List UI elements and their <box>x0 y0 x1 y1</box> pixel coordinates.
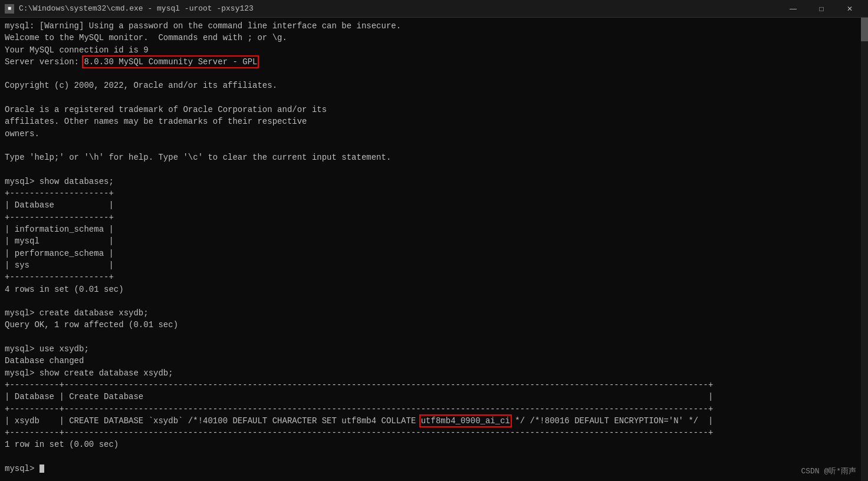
scrollbar-thumb[interactable] <box>861 18 868 41</box>
table-header: | Database | <box>5 199 863 211</box>
minimize-button[interactable]: — <box>780 0 807 18</box>
title-bar-text: C:\Windows\system32\cmd.exe - mysql -uro… <box>19 4 254 13</box>
line-5: Copyright (c) 2000, 2022, Oracle and/or … <box>5 80 863 91</box>
line-4: Server version: 8.0.30 MySQL Community S… <box>5 56 863 68</box>
table2-header: | Database | Create Database | <box>5 391 863 403</box>
line-blank-5 <box>5 295 863 307</box>
watermark: CSDN @听*雨声 <box>801 466 856 476</box>
line-blank-1 <box>5 68 863 80</box>
line-2: Welcome to the MySQL monitor. Commands e… <box>5 32 863 44</box>
line-blank-2 <box>5 92 863 104</box>
line-3: Your MySQL connection id is 9 <box>5 44 863 56</box>
server-version-highlight: 8.0.30 MySQL Community Server - GPL <box>84 57 257 67</box>
scrollbar[interactable] <box>861 18 868 481</box>
line-1: mysql: [Warning] Using a password on the… <box>5 20 863 32</box>
cmd-icon: ■ <box>5 4 14 14</box>
line-create-db: mysql> create database xsydb; <box>5 307 863 319</box>
line-7: affiliates. Other names may be trademark… <box>5 116 863 127</box>
table2-border-3: +----------+----------------------------… <box>5 427 863 439</box>
line-rows-2: 1 row in set (0.00 sec) <box>5 439 863 450</box>
maximize-button[interactable]: □ <box>808 0 835 18</box>
title-bar: ■ C:\Windows\system32\cmd.exe - mysql -u… <box>0 0 868 18</box>
title-bar-controls: — □ ✕ <box>780 0 863 18</box>
line-query-ok: Query OK, 1 row affected (0.01 sec) <box>5 319 863 331</box>
line-use-db: mysql> use xsydb; <box>5 343 863 355</box>
table2-border-1: +----------+----------------------------… <box>5 379 863 391</box>
table-border-1: +--------------------+ <box>5 187 863 199</box>
table-row-3: | performance_schema | <box>5 248 863 259</box>
line-blank-4 <box>5 164 863 176</box>
table2-border-2: +----------+----------------------------… <box>5 403 863 415</box>
table-row-4: | sys | <box>5 259 863 271</box>
line-6: Oracle is a registered trademark of Orac… <box>5 104 863 116</box>
table-row-1: | information_schema | <box>5 223 863 235</box>
title-bar-left: ■ C:\Windows\system32\cmd.exe - mysql -u… <box>5 4 254 14</box>
line-db-changed: Database changed <box>5 355 863 367</box>
line-blank-3 <box>5 140 863 151</box>
table-border-3: +--------------------+ <box>5 271 863 283</box>
cursor <box>40 464 44 473</box>
line-prompt: mysql> <box>5 463 863 475</box>
terminal-area[interactable]: mysql: [Warning] Using a password on the… <box>0 18 868 481</box>
line-show-create: mysql> show create database xsydb; <box>5 367 863 379</box>
line-blank-7 <box>5 451 863 463</box>
line-rows-1: 4 rows in set (0.01 sec) <box>5 284 863 295</box>
line-9: Type 'help;' or '\h' for help. Type '\c'… <box>5 151 863 163</box>
table2-row: | xsydb | CREATE DATABASE `xsydb` /*!401… <box>5 415 863 427</box>
line-blank-6 <box>5 331 863 343</box>
table-row-2: | mysql | <box>5 235 863 247</box>
terminal-output: mysql: [Warning] Using a password on the… <box>5 20 863 475</box>
line-8: owners. <box>5 128 863 140</box>
line-show-db: mysql> show databases; <box>5 176 863 187</box>
table-border-2: +--------------------+ <box>5 212 863 223</box>
collate-highlight: utf8mb4_0900_ai_ci <box>421 416 510 426</box>
close-button[interactable]: ✕ <box>836 0 863 18</box>
